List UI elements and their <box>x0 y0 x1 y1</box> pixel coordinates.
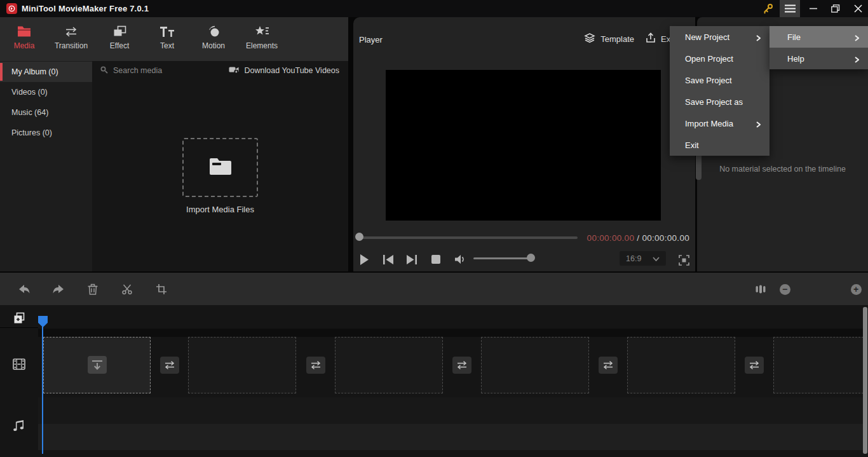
tab-motion[interactable]: Motion <box>191 22 236 58</box>
sidebar-item-my-album[interactable]: My Album (0) <box>0 62 92 82</box>
playback-progress-handle[interactable] <box>355 233 363 241</box>
tab-text[interactable]: Text <box>145 22 189 58</box>
clip-placeholder-2[interactable] <box>188 337 296 393</box>
submenu-arrow-icon <box>855 34 859 43</box>
minimize-button[interactable] <box>804 0 822 17</box>
player-title: Player <box>359 35 383 44</box>
tab-media-label: Media <box>14 41 35 50</box>
tab-text-label: Text <box>160 41 174 50</box>
app-logo-icon <box>6 3 17 14</box>
play-button[interactable] <box>358 251 370 268</box>
clip-placeholder-4[interactable] <box>481 337 589 393</box>
volume-icon[interactable] <box>454 251 466 268</box>
playback-progress-bar[interactable] <box>357 236 578 239</box>
menu-item-label: Help <box>787 54 804 64</box>
export-up-arrow-icon <box>646 32 656 45</box>
timeline-scrollbar-thumb[interactable] <box>863 307 867 454</box>
track-zoom-fit-icon[interactable] <box>752 281 769 297</box>
video-camera-download-icon <box>229 65 240 76</box>
text-Tt-icon <box>159 22 175 38</box>
menu-item-exit[interactable]: Exit <box>670 134 770 156</box>
menu-item-import-media[interactable]: Import Media <box>670 113 770 134</box>
split-scissors-button[interactable] <box>119 281 135 297</box>
redo-button[interactable] <box>50 281 67 297</box>
restore-button[interactable] <box>827 0 844 17</box>
tab-effect-label: Effect <box>110 41 129 50</box>
motion-ball-icon <box>207 22 220 38</box>
next-frame-button[interactable] <box>406 251 417 268</box>
tab-elements[interactable]: Elements <box>240 22 284 58</box>
audio-track-lower[interactable] <box>38 424 864 450</box>
video-preview[interactable] <box>386 70 661 221</box>
timeline-zoom-in-button[interactable]: + <box>848 281 864 297</box>
stop-button[interactable] <box>430 251 442 268</box>
fullscreen-button[interactable] <box>677 252 690 268</box>
submenu-arrow-icon <box>855 55 859 65</box>
sidebar-item-label: Videos (0) <box>11 88 48 97</box>
menu-item-file[interactable]: File <box>770 26 868 48</box>
tab-transition[interactable]: Transition <box>49 22 93 58</box>
import-media-dropzone[interactable] <box>182 138 258 197</box>
aspect-ratio-dropdown[interactable]: 16:9 <box>620 251 666 266</box>
delete-button[interactable] <box>85 281 101 297</box>
clip-placeholder-5[interactable] <box>627 337 735 393</box>
menu-item-open-project[interactable]: Open Project <box>670 48 770 69</box>
tab-media[interactable]: Media <box>2 22 46 58</box>
transition-placeholder-1[interactable] <box>160 357 179 374</box>
volume-slider[interactable] <box>473 257 532 259</box>
sidebar-item-music[interactable]: Music (64) <box>0 102 92 123</box>
menu-item-help[interactable]: Help <box>770 48 868 69</box>
tab-effect[interactable]: Effect <box>97 22 142 58</box>
plus-icon: + <box>851 284 862 295</box>
transition-placeholder-4[interactable] <box>599 357 618 374</box>
add-to-timeline-icon[interactable] <box>0 312 38 324</box>
import-folder-icon <box>208 157 233 179</box>
previous-frame-button[interactable] <box>383 251 394 268</box>
undo-button[interactable] <box>16 281 32 297</box>
download-youtube-button[interactable]: Download YouTube Videos <box>229 64 339 78</box>
menu-item-save-project-as[interactable]: Save Project as <box>670 91 770 113</box>
minus-icon: − <box>780 284 790 295</box>
sidebar-item-videos[interactable]: Videos (0) <box>0 82 92 102</box>
menu-item-new-project[interactable]: New Project <box>670 26 770 48</box>
drop-media-download-icon <box>88 356 107 374</box>
current-time: 00:00:00.00 <box>587 233 635 243</box>
sidebar-item-label: Music (64) <box>11 108 48 117</box>
register-key-icon[interactable] <box>761 0 775 17</box>
download-youtube-label: Download YouTube Videos <box>245 66 339 75</box>
search-input[interactable] <box>113 66 202 75</box>
media-library-panel: Download YouTube Videos Import Media Fil… <box>92 61 348 271</box>
search-box[interactable] <box>100 64 214 78</box>
sidebar-item-pictures[interactable]: Pictures (0) <box>0 123 92 143</box>
clip-placeholder-3[interactable] <box>335 337 443 393</box>
timeline-scrollbar[interactable] <box>863 307 867 455</box>
timeline-zoom-out-button[interactable]: − <box>776 281 793 297</box>
clip-placeholder-6[interactable] <box>773 337 864 393</box>
transition-placeholder-2[interactable] <box>306 357 325 374</box>
timeline <box>0 305 868 457</box>
transition-arrows-icon <box>64 22 78 38</box>
playhead-marker[interactable] <box>38 316 48 327</box>
video-track-icon <box>0 358 38 371</box>
menu-item-save-project[interactable]: Save Project <box>670 69 770 91</box>
transition-placeholder-3[interactable] <box>452 357 471 374</box>
elements-star-icon <box>255 22 269 38</box>
search-icon <box>100 65 108 76</box>
clip-placeholder-1[interactable] <box>43 337 151 393</box>
window-title: MiniTool MovieMaker Free 7.0.1 <box>22 4 149 13</box>
menu-item-label: File <box>787 32 801 42</box>
close-button[interactable] <box>849 0 867 17</box>
main-menu: File Help <box>770 26 868 69</box>
submenu-arrow-icon <box>756 120 761 130</box>
submenu-arrow-icon <box>756 34 761 43</box>
audio-track-upper[interactable] <box>38 397 864 424</box>
volume-slider-handle[interactable] <box>527 254 535 262</box>
playhead-line <box>42 327 43 454</box>
transition-placeholder-5[interactable] <box>745 357 764 374</box>
template-button[interactable]: Template <box>584 32 634 45</box>
timeline-ruler[interactable] <box>38 329 864 337</box>
hamburger-menu-button[interactable] <box>780 0 800 17</box>
crop-button[interactable] <box>153 281 170 297</box>
media-sidebar: My Album (0) Videos (0) Music (64) Pictu… <box>0 61 92 271</box>
player-panel: Player Template Export 00:00:00.00 / 00:… <box>353 17 695 271</box>
